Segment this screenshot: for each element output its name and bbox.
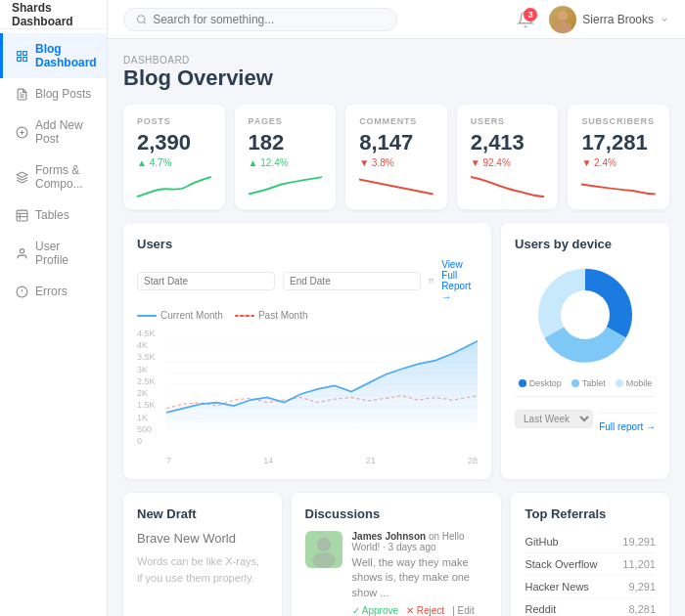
calendar-icon: [429, 275, 434, 286]
discussion-meta: James Johnson on Hello World! · 3 days a…: [352, 531, 488, 552]
sidebar-item-tables[interactable]: Tables: [0, 199, 107, 231]
pie-chart-svg: [531, 261, 639, 369]
stat-label: PAGES: [249, 116, 323, 126]
discussion-item: James Johnson on Hello World! · 3 days a…: [305, 531, 488, 616]
charts-row: Users View Full Report → Current Month P…: [123, 223, 669, 479]
stat-label: COMMENTS: [359, 116, 434, 126]
alert-circle-icon: [15, 285, 28, 298]
stat-value: 8,147: [359, 130, 434, 155]
plus-circle-icon: [15, 125, 28, 139]
referral-count: 9,291: [628, 581, 656, 593]
legend-current: Current Month: [137, 310, 223, 321]
device-dot: [571, 379, 579, 387]
discussion-avatar: [305, 531, 342, 568]
layers-icon: [15, 170, 28, 184]
draft-body-text: Words can be like X-rays, if you use the…: [137, 553, 268, 586]
reject-button[interactable]: ✕ Reject: [406, 605, 444, 616]
chart-footer: Last Week Last Month Last Year Full repo…: [515, 396, 656, 432]
stat-value: 182: [249, 130, 323, 155]
full-report-link[interactable]: Full report →: [599, 413, 656, 432]
svg-marker-35: [166, 341, 478, 429]
svg-point-18: [137, 15, 144, 22]
svg-rect-2: [17, 57, 21, 61]
discussions-title: Discussions: [305, 506, 488, 521]
new-draft-title: New Draft: [137, 506, 268, 521]
end-date-input[interactable]: [283, 272, 421, 290]
avatar: [549, 6, 576, 33]
discussions-panel: Discussions James Johnson on Hello World…: [292, 493, 502, 616]
referral-item: Reddit 8,281: [525, 598, 656, 616]
chevron-down-icon: [660, 15, 669, 24]
referral-name: Reddit: [525, 603, 556, 615]
view-full-report-link[interactable]: View Full Report →: [441, 259, 478, 302]
referral-item: Stack Overflow 11,201: [525, 553, 656, 576]
top-referrals-panel: Top Referrals GitHub 19,291 Stack Overfl…: [511, 493, 669, 616]
svg-point-36: [561, 290, 610, 339]
bottom-row: New Draft Words can be like X-rays, if y…: [123, 493, 669, 616]
breadcrumb: DASHBOARD: [123, 55, 669, 66]
stat-card-subscribers: SUBSCRIBERS 17,281 ▼ 2.4%: [568, 105, 669, 209]
sidebar-item-blog-dashboard[interactable]: Blog Dashboard: [0, 33, 107, 78]
grid-icon: [15, 49, 28, 63]
device-chart: Users by device DesktopTabletMobile: [501, 223, 669, 479]
stats-row: POSTS 2,390 ▲ 4.7% PAGES 182 ▲ 12.4% COM…: [123, 105, 669, 209]
svg-point-38: [312, 552, 336, 568]
device-legend-item-mobile: Mobile: [616, 378, 653, 388]
svg-point-21: [554, 22, 571, 33]
stat-change: ▲ 4.7%: [137, 157, 211, 168]
svg-point-37: [317, 538, 331, 551]
svg-point-20: [558, 11, 568, 21]
topbar: 3 Sierra Brooks: [108, 0, 685, 39]
sidebar-logo: Shards Dashboard: [0, 0, 107, 29]
sidebar-item-blog-posts[interactable]: Blog Posts: [0, 78, 107, 110]
discussion-actions: ✓ Approve ✕ Reject | Edit: [352, 605, 488, 616]
search-input[interactable]: [153, 13, 385, 26]
file-text-icon: [15, 87, 28, 101]
stat-label: USERS: [471, 116, 545, 126]
chart-x-labels: 7142128: [166, 456, 478, 465]
device-chart-title: Users by device: [515, 237, 656, 251]
stat-card-posts: POSTS 2,390 ▲ 4.7%: [123, 105, 225, 209]
device-dot: [616, 379, 623, 387]
stat-change: ▼ 2.4%: [581, 157, 656, 168]
content-area: DASHBOARD Blog Overview POSTS 2,390 ▲ 4.…: [108, 39, 685, 616]
notification-button[interactable]: 3: [512, 6, 539, 33]
users-chart: Users View Full Report → Current Month P…: [123, 223, 491, 479]
search-box[interactable]: [123, 8, 397, 31]
referral-name: GitHub: [525, 536, 558, 548]
pie-chart-container: [515, 261, 656, 369]
user-icon: [15, 246, 28, 260]
sidebar-item-errors[interactable]: Errors: [0, 276, 107, 307]
referral-count: 8,281: [628, 603, 656, 615]
period-select[interactable]: Last Week Last Month Last Year: [515, 410, 593, 428]
sidebar-item-forms-&-compo...[interactable]: Forms & Compo...: [0, 154, 107, 199]
device-legend-item-desktop: Desktop: [519, 378, 562, 388]
approve-button[interactable]: ✓ Approve: [352, 605, 398, 616]
stat-label: POSTS: [137, 116, 211, 126]
edit-button[interactable]: | Edit: [452, 605, 475, 616]
svg-rect-10: [17, 210, 27, 221]
sparkline: [249, 172, 323, 201]
referral-item: GitHub 19,291: [525, 531, 656, 553]
discussions-list: James Johnson on Hello World! · 3 days a…: [305, 531, 488, 616]
stat-card-users: USERS 2,413 ▼ 92.4%: [457, 105, 559, 209]
chart-legend: Current Month Past Month: [137, 310, 478, 321]
chart-controls: View Full Report →: [137, 259, 478, 302]
users-chart-title: Users: [137, 237, 478, 251]
sidebar-item-add-new-post[interactable]: Add New Post: [0, 110, 107, 154]
referral-name: Stack Overflow: [525, 558, 597, 570]
stat-change: ▼ 3.8%: [359, 157, 434, 168]
search-icon: [136, 14, 147, 25]
sidebar-item-user-profile[interactable]: User Profile: [0, 231, 107, 276]
table-icon: [15, 208, 28, 222]
stat-change: ▼ 92.4%: [471, 157, 545, 168]
referral-count: 19,291: [622, 536, 656, 548]
start-date-input[interactable]: [137, 272, 275, 290]
draft-title-input[interactable]: [137, 531, 268, 546]
notification-badge: 3: [524, 8, 537, 22]
user-avatar-area[interactable]: Sierra Brooks: [549, 6, 669, 33]
stat-value: 2,413: [471, 130, 545, 155]
discussion-content: James Johnson on Hello World! · 3 days a…: [352, 531, 488, 616]
referrals-list: GitHub 19,291 Stack Overflow 11,201 Hack…: [525, 531, 656, 616]
svg-line-19: [144, 22, 146, 23]
